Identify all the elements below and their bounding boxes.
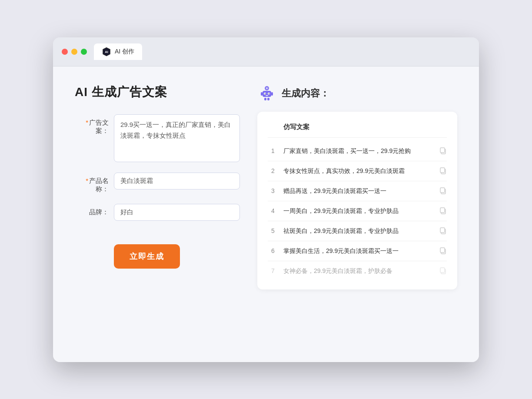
copy-icon[interactable] <box>439 267 447 275</box>
main-layout: AI 生成广告文案 *广告文案： *产品名称： <box>75 84 457 289</box>
row-number: 6 <box>268 247 278 254</box>
page-title: AI 生成广告文案 <box>75 84 240 100</box>
result-row: 7 女神必备，29.9元美白淡斑霜，护肤必备 <box>268 261 447 281</box>
copy-icon[interactable] <box>439 227 447 235</box>
svg-rect-21 <box>440 208 445 213</box>
row-text: 祛斑美白，29.9元美白淡斑霜，专业护肤品 <box>283 226 434 236</box>
svg-rect-6 <box>264 98 266 100</box>
browser-content: AI 生成广告文案 *广告文案： *产品名称： <box>53 66 479 362</box>
svg-point-13 <box>266 87 268 89</box>
required-star-2: * <box>86 177 88 184</box>
product-name-label: *产品名称： <box>75 173 114 193</box>
result-table-header: 仿写文案 <box>268 120 447 138</box>
copy-icon[interactable] <box>439 187 447 195</box>
minimize-button[interactable] <box>71 49 77 55</box>
result-row: 3 赠品再送，29.9元美白淡斑霜买一送一 <box>268 181 447 201</box>
svg-text:AI: AI <box>105 50 108 54</box>
product-name-row: *产品名称： <box>75 173 240 193</box>
close-button[interactable] <box>62 49 68 55</box>
row-text: 一周美白，29.9元美白淡斑霜，专业护肤品 <box>283 206 434 216</box>
result-row: 5 祛斑美白，29.9元美白淡斑霜，专业护肤品 <box>268 221 447 241</box>
row-text: 掌握美白生活，29.9元美白淡斑霜买一送一 <box>283 246 434 256</box>
svg-rect-7 <box>267 98 269 100</box>
svg-point-11 <box>269 93 269 94</box>
result-title: 生成内容： <box>282 87 329 100</box>
row-number: 1 <box>268 147 278 154</box>
svg-rect-4 <box>261 92 263 96</box>
browser-titlebar: AI AI 创作 <box>53 37 479 66</box>
result-row: 1 厂家直销，美白淡斑霜，买一送一，29.9元抢购 <box>268 141 447 161</box>
browser-tab[interactable]: AI AI 创作 <box>94 43 142 60</box>
svg-rect-15 <box>440 148 445 153</box>
row-number: 3 <box>268 187 278 194</box>
svg-point-10 <box>265 93 266 94</box>
svg-rect-19 <box>440 188 445 193</box>
ai-tab-icon: AI <box>102 47 111 57</box>
row-text: 赠品再送，29.9元美白淡斑霜买一送一 <box>283 186 434 196</box>
browser-window: AI AI 创作 AI 生成广告文案 *广告文案： *产 <box>53 37 479 362</box>
brand-input[interactable] <box>114 204 240 221</box>
tab-label: AI 创作 <box>115 48 134 56</box>
maximize-button[interactable] <box>81 49 87 55</box>
svg-rect-27 <box>440 268 445 273</box>
ad-copy-label: *广告文案： <box>75 114 114 135</box>
result-card: 仿写文案 1 厂家直销，美白淡斑霜，买一送一，29.9元抢购 2 专抹女性斑点，… <box>257 112 457 289</box>
robot-icon <box>257 84 276 103</box>
copy-icon[interactable] <box>439 147 447 155</box>
generate-button[interactable]: 立即生成 <box>114 244 180 269</box>
svg-rect-25 <box>440 248 445 253</box>
result-row: 6 掌握美白生活，29.9元美白淡斑霜买一送一 <box>268 241 447 261</box>
result-header: 生成内容： <box>257 84 457 103</box>
svg-rect-23 <box>440 228 445 233</box>
svg-rect-3 <box>263 91 271 97</box>
required-star-1: * <box>86 119 88 126</box>
copy-icon[interactable] <box>439 207 447 215</box>
row-number: 4 <box>268 207 278 214</box>
left-panel: AI 生成广告文案 *广告文案： *产品名称： <box>75 84 240 289</box>
ad-copy-input[interactable] <box>114 114 240 162</box>
row-text: 专抹女性斑点，真实功效，29.9元美白淡斑霜 <box>283 166 434 176</box>
svg-rect-17 <box>440 168 445 173</box>
traffic-lights <box>62 49 87 55</box>
results-list: 1 厂家直销，美白淡斑霜，买一送一，29.9元抢购 2 专抹女性斑点，真实功效，… <box>268 141 447 281</box>
result-row: 4 一周美白，29.9元美白淡斑霜，专业护肤品 <box>268 201 447 221</box>
copy-icon[interactable] <box>439 167 447 175</box>
row-number: 5 <box>268 227 278 234</box>
product-name-input[interactable] <box>114 173 240 190</box>
svg-rect-5 <box>271 92 273 96</box>
brand-row: 品牌： <box>75 204 240 221</box>
row-number: 2 <box>268 167 278 174</box>
row-text: 女神必备，29.9元美白淡斑霜，护肤必备 <box>283 266 434 276</box>
result-row: 2 专抹女性斑点，真实功效，29.9元美白淡斑霜 <box>268 161 447 181</box>
row-text: 厂家直销，美白淡斑霜，买一送一，29.9元抢购 <box>283 146 434 156</box>
brand-label: 品牌： <box>75 204 114 216</box>
right-panel: 生成内容： 仿写文案 1 厂家直销，美白淡斑霜，买一送一，29.9元抢购 2 专… <box>257 84 457 289</box>
ad-copy-row: *广告文案： <box>75 114 240 162</box>
row-number: 7 <box>268 267 278 274</box>
copy-icon[interactable] <box>439 247 447 255</box>
